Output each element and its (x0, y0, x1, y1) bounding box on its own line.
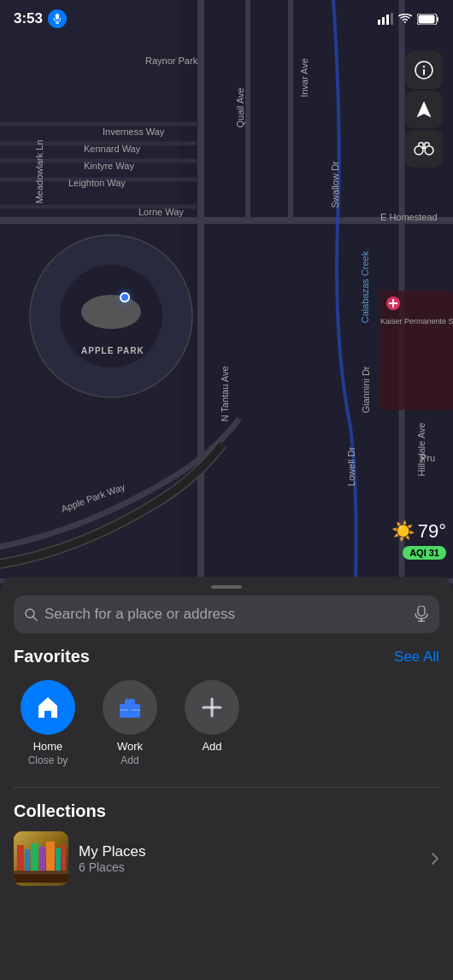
time-display: 3:53 (14, 10, 43, 27)
add-label: Add (202, 740, 221, 753)
svg-point-14 (81, 295, 141, 329)
work-icon-circle (103, 680, 157, 735)
bottom-sheet: Search for a place or address Favorites … (0, 577, 453, 980)
plus-icon (198, 694, 226, 721)
mic-search-icon[interactable] (414, 606, 429, 623)
favorites-row: Home Close by Work Add (0, 680, 453, 766)
meadowlark-ln-label: Meadowlark Ln (34, 138, 44, 206)
svg-rect-44 (128, 708, 132, 712)
my-places-count: 6 Places (79, 860, 421, 874)
status-bar: 3:53 (0, 0, 453, 38)
leighton-way-label: Leighton Way (68, 178, 126, 188)
raynor-park-label: Raynor Park (145, 56, 197, 66)
weather-widget: ☀️ 79° AQI 31 (391, 520, 446, 560)
status-time: 3:53 (14, 9, 67, 28)
svg-rect-32 (423, 69, 425, 75)
svg-rect-54 (56, 848, 61, 871)
map-container[interactable]: Raynor Park Inverness Way Kennard Way Ki… (0, 0, 453, 607)
weather-temperature: ☀️ 79° (391, 520, 446, 543)
mic-icon (52, 14, 62, 24)
favorites-header: Favorites See All (0, 647, 453, 666)
see-all-button[interactable]: See All (394, 648, 439, 666)
svg-point-33 (415, 146, 423, 155)
sheet-handle[interactable] (211, 585, 242, 589)
work-label: Work (117, 740, 143, 753)
collections-header: Collections (0, 801, 453, 821)
my-places-item[interactable]: My Places 6 Places (0, 831, 453, 886)
inverness-way-label: Inverness Way (103, 126, 164, 137)
svg-rect-53 (46, 842, 55, 871)
svg-rect-49 (17, 845, 24, 871)
giannini-dr-label: Giannini Dr (361, 366, 371, 413)
location-arrow-icon (415, 100, 432, 119)
work-sublabel: Add (121, 754, 138, 766)
divider (14, 787, 439, 788)
svg-rect-57 (14, 874, 68, 883)
battery-icon (417, 14, 439, 25)
calabazas-creek-label: Calabazas Creek (360, 251, 370, 323)
svg-rect-8 (419, 15, 435, 23)
aqi-badge: AQI 31 (403, 546, 446, 560)
svg-line-37 (33, 617, 37, 620)
apple-park-label: APPLE PARK (81, 346, 144, 355)
status-icons (378, 13, 439, 25)
my-places-thumb-inner (14, 831, 68, 886)
quail-ave-label: Quail Ave (235, 88, 245, 128)
svg-rect-51 (31, 843, 38, 871)
pru-label: Pru (421, 453, 435, 463)
location-button[interactable] (405, 91, 443, 128)
svg-point-34 (425, 146, 433, 155)
svg-rect-6 (391, 13, 393, 25)
search-bar[interactable]: Search for a place or address (14, 596, 439, 633)
svg-rect-3 (378, 20, 380, 25)
svg-rect-56 (14, 871, 68, 874)
svg-rect-50 (25, 849, 30, 871)
signal-icon (378, 13, 393, 25)
mic-badge (48, 9, 67, 28)
swallow-dr-label: Swallow Dr (330, 161, 340, 208)
svg-rect-5 (386, 15, 389, 25)
info-icon (415, 61, 433, 79)
chevron-right-icon (431, 852, 439, 866)
wifi-icon (398, 14, 412, 24)
search-icon (24, 607, 38, 621)
svg-rect-0 (56, 14, 59, 20)
user-location-dot (120, 292, 130, 302)
search-placeholder: Search for a place or address (44, 606, 407, 623)
map-roads (0, 0, 453, 607)
my-places-info: My Places 6 Places (79, 843, 421, 874)
home-sublabel: Close by (28, 754, 68, 766)
kaiser-label: Kaiser Permanente S Clara Medic Center a… (380, 316, 449, 327)
hillsdale-ave-label: Hillsdale Ave (416, 423, 427, 477)
e-homestead-label: E Homestead (380, 212, 438, 222)
home-icon-circle (21, 680, 75, 735)
add-icon-circle (185, 680, 239, 735)
lorne-way-label: Lorne Way (138, 207, 184, 217)
briefcase-icon (116, 694, 144, 721)
info-button[interactable] (405, 51, 443, 89)
favorites-title: Favorites (14, 647, 90, 666)
svg-rect-4 (382, 17, 385, 25)
binoculars-icon (414, 141, 434, 156)
svg-rect-38 (418, 606, 425, 616)
kennard-way-label: Kennard Way (84, 144, 140, 154)
weather-icon: ☀️ (391, 520, 415, 543)
binoculars-button[interactable] (405, 130, 443, 167)
map-overlay-buttons (405, 51, 443, 167)
svg-point-31 (423, 66, 425, 67)
lowell-dr-label: Lowell Dr (346, 447, 356, 486)
temperature-value: 79° (418, 520, 446, 543)
favorite-work[interactable]: Work Add (96, 680, 164, 766)
n-tantau-label: N Tantau Ave (220, 366, 230, 421)
invar-ave-label: Invar Ave (299, 58, 309, 97)
map-background: Raynor Park Inverness Way Kennard Way Ki… (0, 0, 453, 607)
svg-rect-55 (62, 845, 66, 871)
favorite-add[interactable]: Add (178, 680, 246, 766)
collections-title: Collections (14, 801, 106, 821)
home-icon (34, 694, 62, 721)
svg-rect-52 (39, 847, 45, 871)
my-places-thumbnail (14, 831, 68, 886)
svg-rect-42 (126, 700, 134, 704)
bookshelf-icon (14, 831, 68, 883)
favorite-home[interactable]: Home Close by (14, 680, 82, 766)
